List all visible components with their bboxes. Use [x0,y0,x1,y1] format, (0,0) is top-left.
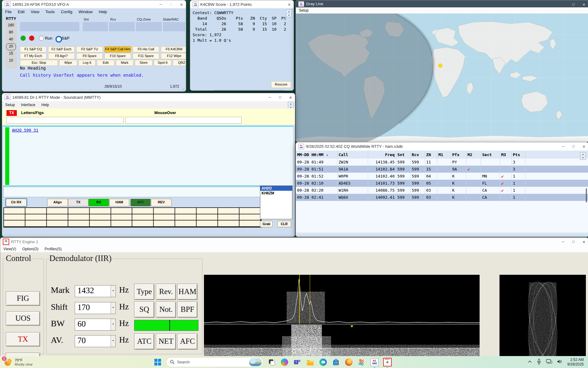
state-input[interactable] [163,22,185,31]
tx-window[interactable] [3,187,261,197]
close-icon[interactable]: × [582,239,585,244]
action-button-edit[interactable]: Edit [97,60,115,66]
maximize-icon[interactable]: □ [572,2,575,6]
log-hscrollbar[interactable] [296,232,588,237]
score-titlebar[interactable]: N1MM K4CBW Score - 1,972 Points × [190,0,294,8]
macro-cell[interactable] [90,214,111,221]
macro-cell[interactable] [175,220,197,227]
fkey-button-f6[interactable]: F6 K4CBW [161,46,186,52]
macro-cell[interactable] [175,208,197,214]
qso-row[interactable]: 09-28 01:49ZW2N14138.4559959911PY3 [296,159,588,166]
log-spinner[interactable]: ▲▼ [580,152,586,160]
action-button-spot-it[interactable]: Spot It [154,60,172,66]
qso-table-header[interactable]: MM-DD HH:MM▼CallFreqSntRcvZNM1PfxM2SectM… [296,151,588,159]
sp-radio[interactable] [55,36,62,43]
di-menu-setup[interactable]: Setup [2,102,18,108]
entry-menu-file[interactable]: File [2,9,15,15]
macro-cell[interactable] [111,208,133,214]
fkey-button-f7[interactable]: F7 My Exch [20,53,47,59]
action-button-mark[interactable]: Mark [116,60,134,66]
fkey-button-f1[interactable]: F1 S&P CQ [20,46,47,52]
macro-cell[interactable] [218,220,239,227]
letters-figs-input[interactable] [6,117,123,124]
di-menu-interface[interactable]: Interface [18,102,38,108]
maximize-icon[interactable]: □ [572,144,575,148]
band-80[interactable]: 80 [6,29,16,36]
qso-row[interactable]: 09-28 01:52W0PR14102.4059959904KMN✔1 [296,173,588,180]
param-combo-shift[interactable]: 170▼ [75,302,116,314]
fkey-button-f4[interactable]: F4 S&P Call Him [104,46,131,52]
grabbed-call[interactable]: KH6ZM [260,191,292,196]
macro-cell[interactable] [111,220,133,227]
col-header-pfx[interactable]: Pfx [451,151,466,159]
param-combo-mark[interactable]: 1432▼ [75,285,116,297]
qso-row[interactable]: 09-28 02:20W1RH14086.7559959903KCA✔1 [296,187,588,194]
chevron-down-icon[interactable]: ▼ [111,302,115,314]
col-header-rcv[interactable]: Rcv [410,151,425,159]
snipping-tool-icon[interactable] [357,358,366,367]
log-vscrollbar[interactable] [586,188,587,202]
macro-cell[interactable] [47,214,68,221]
grabbed-calls-list[interactable]: AH2OKH6ZM [260,186,292,219]
score-spinner[interactable]: ▲▼ [286,10,292,17]
minimize-icon[interactable]: ─ [562,144,564,148]
maximize-icon[interactable]: □ [170,2,172,6]
band-40[interactable]: 40 [6,36,16,43]
start-button[interactable] [153,358,162,367]
macro-cell[interactable] [4,214,25,221]
task-view-icon[interactable] [267,358,276,367]
col-header-pts[interactable]: Pts [511,151,525,159]
file-explorer-icon[interactable] [306,358,315,367]
macro-cell[interactable] [197,208,218,214]
fkey-button-f10[interactable]: F10 Spare [104,53,131,59]
mmtty-menu-profiless[interactable]: Profiles(S) [41,246,65,252]
maximize-icon[interactable]: □ [279,95,281,99]
macro-cell[interactable] [154,208,175,214]
di-button-afc[interactable]: AFC [130,199,151,206]
col-header-freq[interactable]: Freq [368,151,396,159]
di-button-clr-rx[interactable]: Clr RX [6,199,27,206]
control-button-uos[interactable]: UOS [6,311,40,326]
store-icon[interactable] [331,358,341,367]
macro-cell[interactable] [239,214,261,221]
demod-button-sq[interactable]: SQ [134,301,154,318]
band-10[interactable]: 10 [6,57,16,64]
col-header-zn[interactable]: ZN [425,151,437,159]
entry-menu-help[interactable]: Help [96,9,110,15]
macro-cell[interactable] [154,214,175,221]
minimize-icon[interactable]: ─ [268,95,271,99]
demod-button-afc[interactable]: AFC [177,333,198,350]
param-combo-av[interactable]: 70▼ [75,335,116,347]
action-button-log-it[interactable]: Log It [78,60,96,66]
macro-cell[interactable] [239,208,261,214]
fkey-button-f5[interactable]: F5 His Call [133,46,159,52]
tx-indicator[interactable]: TX [6,110,17,116]
copilot-icon[interactable] [280,358,289,367]
macro-cell[interactable] [68,220,90,227]
n1mm-taskbar-icon[interactable]: N1MM [370,358,379,367]
macro-cell[interactable] [4,208,25,214]
chevron-down-icon[interactable]: ▼ [111,319,115,330]
macro-cell[interactable] [132,220,154,227]
rescore-button[interactable]: Rescore [271,81,291,88]
col-header-sect[interactable]: Sect [481,151,500,159]
macro-cell[interactable] [25,208,47,214]
close-icon[interactable]: × [289,95,292,100]
grab-button[interactable]: Grab [260,221,273,227]
search-box[interactable]: Search [166,357,263,367]
mmtty-menu-viewv[interactable]: View(V) [0,246,19,252]
edge-icon[interactable] [318,358,328,367]
action-button-esc--stop[interactable]: Esc: Stop [20,60,58,66]
action-button-qrz[interactable]: QRZ [173,60,186,66]
cast-display-icon[interactable] [546,359,552,365]
macro-cell[interactable] [68,208,90,214]
minimize-icon[interactable]: ─ [159,2,162,6]
demod-button-not[interactable]: Not. [156,301,176,318]
qso-row[interactable]: 09-28 02:41WQ6X14092.4159959903KCA1 [296,194,588,201]
di-button-ham[interactable]: HAM [109,199,129,206]
close-icon[interactable]: × [582,144,585,149]
action-button-store[interactable]: Store [135,60,153,66]
grabbed-call[interactable]: AH2O [260,186,292,191]
fkey-button-f8[interactable]: F8 Agn? [48,53,75,59]
demod-button-ham[interactable]: HAM [177,284,198,300]
